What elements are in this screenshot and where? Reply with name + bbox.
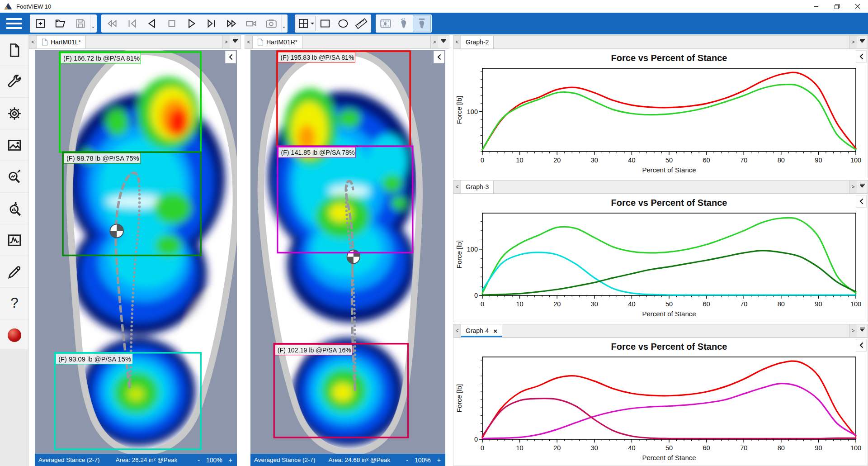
tab-scroll-left[interactable]: < [453,36,461,48]
zoom-out-button[interactable]: - [198,456,200,464]
new-measurement-icon [34,17,47,30]
ruler-tool-button[interactable] [352,15,370,32]
collapse-panel-button[interactable] [856,195,867,208]
chart-canvas-Graph-4: Force vs Percent of Stance01020304050607… [453,338,868,466]
restore-button[interactable] [826,0,847,13]
grid-layout-icon [297,18,309,29]
wrench-icon [6,74,23,90]
x-tick-label: 20 [553,444,561,452]
rectangle-tool-button[interactable] [316,15,334,32]
zoom-level: 100% [206,456,222,464]
graph4-tabbar: < Graph-4 × > [453,324,868,338]
collapse-panel-button[interactable] [225,51,236,63]
movie-view-button[interactable] [377,15,395,32]
sidebar-item-help[interactable]: ? [0,288,28,319]
playback-group-dropdown[interactable] [281,15,287,32]
play-forward-button[interactable] [182,15,202,32]
foot-profile-view-button[interactable] [413,15,431,32]
minimize-button[interactable] [806,0,826,13]
tab-graph-3[interactable]: Graph-3 [461,181,494,193]
tab-scroll-left[interactable]: < [29,36,37,48]
zoom-in-button[interactable]: + [229,456,232,464]
zoom-person-icon [6,200,23,217]
ellipse-tool-button[interactable] [334,15,352,32]
series-left-foot-force [482,84,856,149]
tab-hartm01r[interactable]: HartM01R* [253,36,302,48]
new-measurement-button[interactable] [31,15,51,32]
chevron-left-icon [437,54,441,60]
step-forward-button[interactable] [202,15,222,32]
x-tick-label: 0 [481,444,484,452]
stop-button[interactable] [162,15,182,32]
tab-list-dropdown[interactable] [857,36,868,48]
gear-icon [6,105,23,122]
tab-scroll-right[interactable]: > [849,324,857,337]
x-tick-label: 80 [778,157,785,164]
x-tick-label: 30 [591,300,598,308]
skip-to-start-button[interactable] [102,15,122,32]
tab-scroll-right[interactable]: > [849,36,857,48]
tab-scroll-right[interactable]: > [222,36,230,48]
x-tick-label: 40 [628,300,635,308]
tab-scroll-right[interactable]: > [849,181,857,193]
tab-scroll-right[interactable]: > [430,36,438,48]
record-video-button[interactable] [241,15,261,32]
zoom-controls: - 100% + [198,456,232,464]
sidebar-item-record[interactable] [0,319,28,351]
save-file-button[interactable] [71,15,90,32]
graph3-chart: Force vs Percent of Stance01020304050607… [453,194,868,322]
app-logo-icon [4,2,13,11]
collapse-panel-button[interactable] [856,50,867,63]
snapshot-button[interactable] [261,15,281,32]
sidebar-item-annotate[interactable] [0,256,28,288]
zoom-out-button[interactable]: - [406,456,408,464]
zoom-in-button[interactable]: + [437,456,441,464]
tab-list-dropdown[interactable] [857,324,868,337]
tab-list-dropdown[interactable] [438,36,449,48]
right-foot-view[interactable]: (F) 195.83 lb @P/SA 81%(F) 141.85 lb @P/… [250,50,445,454]
sidebar-item-gait-analysis[interactable] [0,193,28,224]
tab-graph-4[interactable]: Graph-4 × [461,324,502,337]
tab-hartm01l[interactable]: HartM01L* [37,36,86,48]
document-icon [6,42,23,58]
file-group-dropdown[interactable] [90,15,96,32]
x-tick-label: 60 [703,444,710,452]
chevron-left-icon [859,342,863,348]
sidebar-item-tools[interactable] [0,66,28,98]
sidebar-item-image-view[interactable] [0,129,28,161]
open-file-button[interactable] [51,15,71,32]
menu-button[interactable] [0,13,28,34]
collapse-panel-button[interactable] [434,51,444,63]
tab-scroll-left[interactable]: < [245,36,253,48]
tab-list-dropdown[interactable] [230,36,241,48]
play-backward-button[interactable] [142,15,162,32]
rectangle-tool-icon [319,17,331,30]
grid-layout-button[interactable] [296,16,316,31]
collapse-panel-button[interactable] [856,339,867,352]
tab-scroll-left[interactable]: < [453,324,461,337]
zoom-chart-icon [6,169,23,185]
sidebar-item-settings[interactable] [0,98,28,129]
sidebar-item-zoom-analysis[interactable] [0,161,28,193]
sidebar-item-new-document[interactable] [0,34,28,66]
close-button[interactable] [847,0,868,13]
chart-title: Force vs Percent of Stance [611,53,727,63]
fast-forward-button[interactable] [222,15,241,32]
x-tick-label: 10 [516,444,524,452]
tab-label: Graph-2 [466,38,489,46]
foot-view-button[interactable] [395,15,413,32]
tab-graph-2[interactable]: Graph-2 [461,36,494,48]
tab-scroll-left[interactable]: < [453,181,461,193]
series-right-foot-force [482,72,856,149]
x-tick-label: 50 [665,300,673,308]
sidebar-item-graph-view[interactable] [0,224,28,256]
step-backward-button[interactable] [122,15,142,32]
tabbar-spacer [494,36,849,48]
x-tick-label: 90 [815,300,822,308]
tab-close-icon[interactable]: × [493,327,497,335]
tab-list-dropdown[interactable] [857,181,868,193]
left-foot-view[interactable]: (F) 166.72 lb @P/SA 81%(F) 98.78 lb @P/S… [35,50,237,454]
ellipse-tool-icon [337,17,349,30]
toolbar-group-file [30,14,97,33]
y-axis-label: Force [lb] [455,240,463,269]
